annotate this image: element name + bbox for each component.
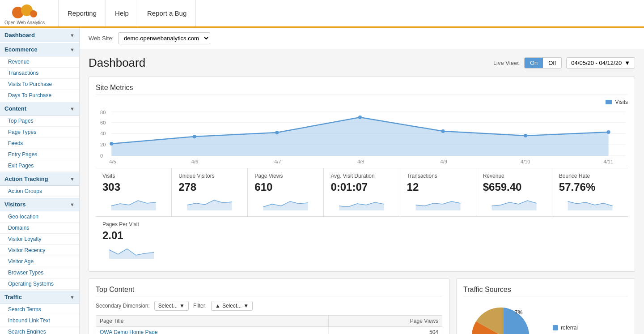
row-page-views: 504 — [329, 327, 442, 334]
sidebar-section-content[interactable]: Content ▼ — [0, 102, 79, 116]
col-page-title: Page Title — [96, 316, 329, 327]
website-bar: Web Site: demo.openwebanalytics.com — [80, 28, 644, 49]
date-range-button[interactable]: 04/05/20 - 04/12/20 ▼ — [566, 57, 635, 69]
svg-text:20: 20 — [100, 142, 106, 147]
svg-point-15 — [193, 135, 196, 138]
chevron-down-icon: ▼ — [243, 303, 249, 309]
sidebar-item-browser-types[interactable]: Browser Types — [0, 267, 79, 278]
page-views-sparkline — [254, 197, 317, 210]
revenue-sparkline — [483, 197, 545, 210]
svg-text:4/5: 4/5 — [109, 159, 116, 164]
secondary-dimension-value: Select... — [158, 303, 178, 309]
sidebar-section-dashboard[interactable]: Dashboard ▼ — [0, 29, 79, 42]
traffic-legend: referral direct organic-search — [553, 325, 596, 334]
sidebar-section-traffic[interactable]: Traffic ▼ — [0, 291, 79, 304]
svg-marker-33 — [491, 201, 536, 210]
website-label: Web Site: — [89, 35, 114, 42]
metric-transactions: Transactions 12 — [400, 168, 476, 216]
live-view-on-button[interactable]: On — [525, 58, 543, 68]
sidebar-section-action-tracking[interactable]: Action Tracking ▼ — [0, 172, 79, 186]
sidebar-item-visitor-recency[interactable]: Visitor Recency — [0, 245, 79, 256]
header: Open Web Analytics Reporting Help Report… — [0, 0, 644, 28]
nav-help[interactable]: Help — [106, 0, 138, 26]
sidebar-section-traffic-label: Traffic — [4, 294, 22, 300]
svg-point-18 — [441, 129, 445, 133]
sidebar-item-exit-pages[interactable]: Exit Pages — [0, 160, 79, 171]
sidebar-item-page-types[interactable]: Page Types — [0, 127, 79, 138]
metric-unique-visitors-value: 278 — [178, 181, 241, 193]
traffic-pie-svg: 7% 16% — [463, 301, 544, 334]
sidebar-section-content-label: Content — [4, 105, 26, 112]
chevron-down-icon: ▼ — [179, 303, 185, 309]
metric-transactions-label: Transactions — [407, 173, 469, 179]
metric-avg-visit-duration: Avg. Visit Duration 0:01:07 — [324, 168, 400, 216]
sidebar-item-revenue[interactable]: Revenue — [0, 56, 79, 68]
legend-item-referral: referral — [553, 325, 596, 331]
sidebar-item-visitor-age[interactable]: Visitor Age — [0, 256, 79, 267]
page-title-link[interactable]: OWA Demo Home Page — [100, 329, 158, 334]
metric-avg-visit-duration-value: 0:01:07 — [330, 181, 393, 193]
referral-label: referral — [561, 325, 578, 331]
bottom-row: Top Content Secondary Dimension: Select.… — [89, 278, 635, 334]
sidebar-item-search-terms[interactable]: Search Terms — [0, 304, 79, 315]
svg-point-16 — [275, 131, 279, 134]
content-area: Web Site: demo.openwebanalytics.com Dash… — [80, 28, 644, 334]
sidebar-item-domains[interactable]: Domains — [0, 223, 79, 234]
sidebar-section-ecommerce[interactable]: Ecommerce ▼ — [0, 43, 79, 56]
transactions-sparkline — [407, 197, 469, 210]
metric-visits: Visits 303 — [96, 168, 172, 216]
sidebar-item-feeds[interactable]: Feeds — [0, 138, 79, 149]
sidebar-section-visitors[interactable]: Visitors ▼ — [0, 198, 79, 211]
svg-point-2 — [30, 10, 37, 17]
date-range-text: 04/05/20 - 04/12/20 — [571, 60, 622, 66]
metric-unique-visitors: Unique Visitors 278 — [172, 168, 248, 216]
sidebar-item-entry-pages[interactable]: Entry Pages — [0, 149, 79, 160]
svg-point-17 — [358, 116, 362, 119]
svg-point-20 — [607, 130, 610, 134]
nav-reporting[interactable]: Reporting — [58, 0, 106, 26]
sidebar: Dashboard ▼ Ecommerce ▼ Revenue Transact… — [0, 28, 80, 334]
secondary-dimension-select[interactable]: Select... ▼ — [154, 301, 189, 311]
logo-icon — [11, 1, 38, 19]
sidebar-item-search-engines[interactable]: Search Engines — [0, 326, 79, 334]
traffic-chart-container: 7% 16% referral direct — [463, 301, 628, 334]
filter-label: Filter: — [193, 303, 207, 309]
chevron-down-icon: ▼ — [624, 60, 630, 66]
live-view-off-button[interactable]: Off — [543, 58, 561, 68]
sidebar-item-days-to-purchase[interactable]: Days To Purchase — [0, 90, 79, 101]
metric-transactions-value: 12 — [407, 181, 469, 193]
sidebar-section-dashboard-label: Dashboard — [4, 32, 35, 39]
sidebar-item-top-pages[interactable]: Top Pages — [0, 116, 79, 127]
chevron-down-icon: ▼ — [70, 202, 75, 207]
page-title: Dashboard — [89, 56, 145, 70]
chart-legend: Visits — [96, 99, 628, 105]
chevron-down-icon: ▼ — [70, 295, 75, 300]
sidebar-item-geo-location[interactable]: Geo-location — [0, 211, 79, 223]
visits-legend-label: Visits — [615, 99, 628, 105]
avg-duration-sparkline — [330, 197, 393, 210]
main-nav: Reporting Help Report a Bug — [58, 0, 196, 26]
referral-color — [553, 325, 558, 330]
website-select[interactable]: demo.openwebanalytics.com — [118, 32, 210, 44]
nav-bug[interactable]: Report a Bug — [138, 0, 196, 26]
metric-pages-per-visit-value: 2.01 — [102, 229, 161, 242]
svg-point-19 — [524, 134, 527, 137]
filter-select[interactable]: ▲ Select... ▼ — [211, 301, 253, 311]
sidebar-item-inbound-link-text[interactable]: Inbound Link Text — [0, 315, 79, 326]
sidebar-section-ecommerce-label: Ecommerce — [4, 46, 38, 53]
pages-per-visit-sparkline — [102, 245, 161, 259]
sidebar-item-visitor-loyalty[interactable]: Visitor Loyalty — [0, 234, 79, 245]
sidebar-item-operating-systems[interactable]: Operating Systems — [0, 278, 79, 290]
sidebar-item-action-groups[interactable]: Action Groups — [0, 186, 79, 197]
svg-marker-30 — [263, 201, 308, 210]
filter-up-icon: ▲ — [215, 303, 220, 309]
logo-text: Open Web Analytics — [4, 20, 45, 26]
metrics-grid: Visits 303 Unique Visitors 278 — [96, 168, 628, 216]
traffic-sources-section: Traffic Sources — [456, 278, 635, 334]
live-view-toggle: On Off — [524, 57, 562, 69]
site-metrics-title: Site Metrics — [96, 84, 628, 94]
sidebar-item-transactions[interactable]: Transactions — [0, 68, 79, 79]
live-view-label: Live View: — [493, 60, 520, 66]
sidebar-item-visits-to-purchase[interactable]: Visits To Purchase — [0, 79, 79, 90]
top-content-title: Top Content — [96, 286, 442, 296]
